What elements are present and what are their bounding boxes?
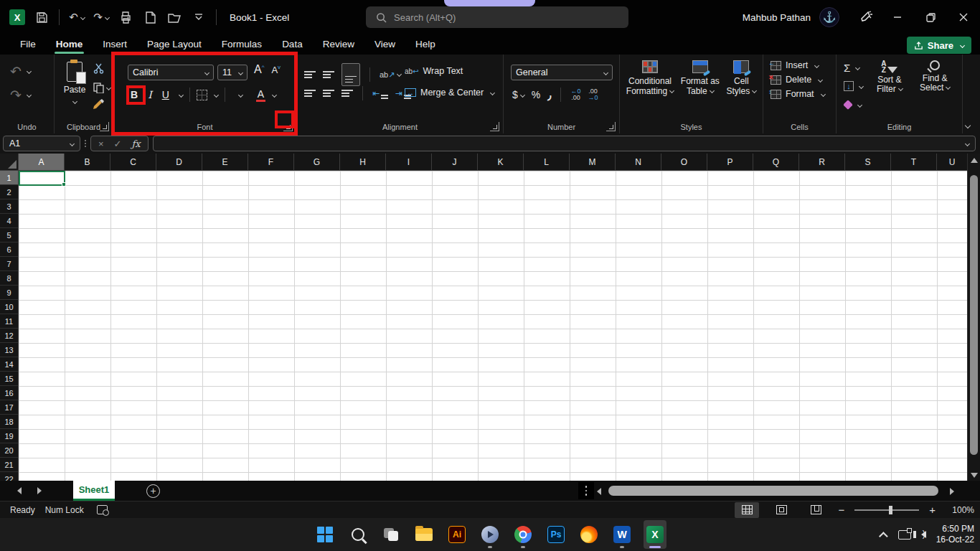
chevron-down-icon[interactable] (214, 92, 219, 97)
row-header-17[interactable]: 17 (0, 400, 18, 415)
fill-handle[interactable] (62, 182, 66, 187)
cancel-button[interactable]: × (98, 138, 104, 149)
top-align-button[interactable] (304, 71, 316, 78)
font-family-select[interactable]: Calibri (128, 65, 214, 80)
column-header-K[interactable]: K (478, 154, 524, 170)
chevron-down-icon[interactable] (179, 92, 184, 97)
column-header-E[interactable]: E (202, 154, 248, 170)
zoom-out-button[interactable]: − (838, 504, 844, 516)
insert-cells-button[interactable]: ← Insert (771, 60, 825, 70)
avatar[interactable]: ⚓ (819, 7, 839, 27)
tab-view[interactable]: View (364, 36, 405, 54)
tab-help[interactable]: Help (405, 36, 446, 54)
tab-page-layout[interactable]: Page Layout (137, 36, 212, 54)
column-header-I[interactable]: I (386, 154, 432, 170)
tab-data[interactable]: Data (272, 36, 313, 54)
row-header-14[interactable]: 14 (0, 357, 18, 372)
vertical-scroll-thumb[interactable] (970, 175, 978, 455)
normal-view-button[interactable] (735, 502, 759, 518)
page-layout-view-button[interactable] (769, 502, 793, 518)
increase-font-size-button[interactable]: A^ (254, 63, 264, 76)
wrap-text-button[interactable]: ab↩ Wrap Text (405, 62, 494, 80)
taskbar-windows-start[interactable] (314, 520, 336, 549)
macro-record-icon[interactable] (97, 505, 108, 514)
column-header-H[interactable]: H (340, 154, 386, 170)
fill-button[interactable]: ↓ (844, 79, 863, 93)
tab-insert[interactable]: Insert (93, 36, 137, 54)
column-header-D[interactable]: D (156, 154, 202, 170)
coming-soon-megaphone-icon[interactable] (852, 0, 881, 34)
row-header-11[interactable]: 11 (0, 314, 18, 329)
user-name[interactable]: Mahbub Pathan (743, 12, 811, 23)
taskbar-word[interactable]: W (611, 520, 633, 549)
row-header-2[interactable]: 2 (0, 185, 18, 199)
formula-input[interactable] (153, 136, 976, 151)
page-break-view-button[interactable] (804, 502, 828, 518)
borders-button[interactable] (197, 90, 207, 100)
chevron-down-icon[interactable] (272, 92, 277, 97)
clipboard-dialog-launcher[interactable] (100, 122, 109, 131)
zoom-in-button[interactable]: + (929, 504, 936, 516)
column-header-J[interactable]: J (432, 154, 478, 170)
vertical-scrollbar[interactable] (967, 154, 980, 481)
row-header-12[interactable]: 12 (0, 329, 18, 343)
align-right-button[interactable] (341, 90, 353, 97)
name-box[interactable]: A1 (3, 136, 80, 151)
cell-area[interactable] (19, 171, 967, 481)
scroll-left-arrow[interactable] (597, 488, 601, 495)
insert-function-button[interactable]: ƒx (132, 138, 141, 149)
tab-home[interactable]: Home (46, 36, 93, 54)
cut-button[interactable] (93, 63, 104, 77)
column-header-A[interactable]: A (19, 154, 65, 170)
column-header-Q[interactable]: Q (753, 154, 799, 170)
bottom-align-button[interactable] (341, 63, 360, 86)
row-header-1[interactable]: 1 (0, 171, 18, 185)
expand-formula-bar-icon[interactable] (965, 141, 970, 146)
clear-button[interactable] (844, 98, 863, 112)
search-input[interactable]: Search (Alt+Q) (366, 6, 628, 28)
column-header-M[interactable]: M (570, 154, 616, 170)
chevron-down-icon[interactable] (238, 92, 243, 97)
taskbar-task-view[interactable] (380, 520, 402, 549)
row-header-18[interactable]: 18 (0, 415, 18, 429)
column-header-R[interactable]: R (799, 154, 845, 170)
previous-sheet-button[interactable] (17, 487, 22, 494)
share-button[interactable]: Share (907, 37, 971, 54)
format-painter-button[interactable] (93, 99, 105, 112)
row-header-6[interactable]: 6 (0, 242, 18, 257)
horizontal-scrollbar[interactable] (597, 484, 964, 497)
cell-styles-button[interactable]: CellStyles (726, 60, 756, 122)
enter-button[interactable]: ✓ (114, 138, 122, 149)
row-header-10[interactable]: 10 (0, 300, 18, 314)
selected-cell-A1[interactable] (19, 171, 65, 186)
speaker-icon[interactable] (921, 531, 926, 538)
taskbar-photoshop[interactable]: Ps (545, 520, 567, 549)
number-format-select[interactable]: General (511, 65, 613, 80)
open-folder-button[interactable] (164, 7, 184, 27)
copy-button[interactable] (93, 83, 110, 93)
taskbar-illustrator[interactable]: Ai (446, 520, 468, 549)
delete-cells-button[interactable]: ✕ Delete (771, 75, 825, 85)
formula-bar-grip[interactable] (85, 140, 86, 147)
decrease-indent-button[interactable]: ⇤ (372, 88, 388, 99)
alignment-dialog-launcher[interactable] (490, 122, 499, 131)
sort-filter-button[interactable]: AZ Sort &Filter (877, 60, 903, 94)
number-dialog-launcher[interactable] (606, 122, 616, 131)
row-header-8[interactable]: 8 (0, 271, 18, 286)
scroll-up-arrow[interactable] (971, 158, 978, 163)
decrease-decimal-button[interactable]: .00→0 (588, 88, 598, 101)
find-select-button[interactable]: Find &Select (920, 60, 950, 93)
zoom-level[interactable]: 100% (946, 505, 974, 515)
row-header-20[interactable]: 20 (0, 443, 18, 458)
font-color-button[interactable]: A (256, 88, 265, 102)
column-header-L[interactable]: L (524, 154, 570, 170)
underline-button[interactable]: U (159, 88, 172, 102)
taskbar-chrome[interactable] (512, 520, 534, 549)
font-dialog-launcher[interactable] (283, 122, 293, 131)
bold-button[interactable]: B (128, 88, 141, 102)
italic-button[interactable]: I (145, 88, 155, 102)
undo-button[interactable]: ↶ (67, 7, 87, 27)
accounting-format-button[interactable]: $ (512, 89, 524, 100)
restore-button[interactable] (914, 0, 947, 34)
increase-decimal-button[interactable]: ←0.00 (570, 88, 580, 101)
